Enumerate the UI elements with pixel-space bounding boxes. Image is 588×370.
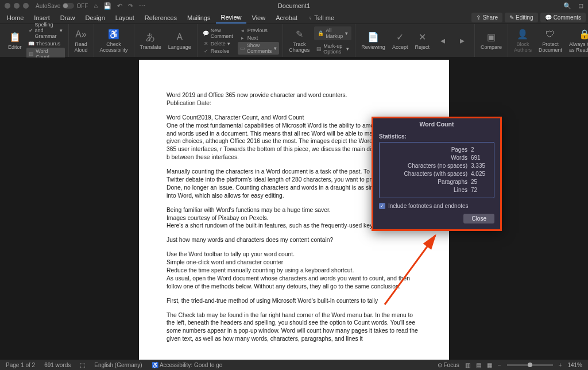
- view-print-icon[interactable]: ▥: [465, 362, 470, 368]
- markup-options-button[interactable]: ▤Mark-up Options ▾: [314, 43, 351, 55]
- stat-pages: Pages2: [384, 146, 489, 154]
- tab-references[interactable]: References: [140, 13, 181, 23]
- stat-chars-space: Characters (with spaces)4.025: [384, 170, 489, 178]
- close-window[interactable]: [5, 3, 10, 9]
- tab-tellme[interactable]: ♀ Tell me: [303, 13, 339, 23]
- view-web-icon[interactable]: ▤: [476, 362, 481, 368]
- more-icon[interactable]: ⋯: [139, 2, 145, 10]
- language-button[interactable]: ALanguage: [166, 30, 194, 52]
- close-button[interactable]: Close: [463, 214, 494, 223]
- stat-chars-nospace: Characters (no spaces)3.335: [384, 162, 489, 170]
- comment-icon: 💬: [545, 14, 552, 21]
- show-comments-button[interactable]: ▭Show Comments ▾: [238, 42, 280, 55]
- status-page[interactable]: Page 1 of 2: [6, 362, 35, 368]
- accept-button[interactable]: ✓Accept: [390, 30, 411, 52]
- next-icon: ▸: [240, 35, 246, 41]
- doc-line: Simple one-click word and character coun…: [167, 259, 283, 265]
- window-controls: [5, 3, 29, 9]
- shield-icon: 🛡: [544, 28, 556, 41]
- autosave-state: OFF: [76, 3, 88, 9]
- protect-doc-button[interactable]: 🛡Protect Document: [536, 27, 564, 55]
- read-aloud-button[interactable]: A»Read Aloud: [72, 27, 90, 55]
- resolve-comment-button[interactable]: ✓Resolve: [201, 48, 235, 55]
- track-icon: ✎: [293, 28, 305, 41]
- comments-button[interactable]: 💬Comments: [540, 13, 586, 22]
- zoom-slider[interactable]: [507, 364, 553, 366]
- undo-icon[interactable]: ↶: [117, 2, 122, 10]
- titlebar: AutoSave OFF ⌂ 💾 ↶ ↷ ⋯ Document1 🔍 ⊡: [0, 0, 588, 11]
- next-comment-button[interactable]: ▸Next: [238, 34, 280, 41]
- checkbox-icon: ✓: [379, 203, 385, 209]
- autosave-switch[interactable]: [63, 3, 74, 9]
- check-icon: ✔: [29, 28, 33, 33]
- editing-mode-button[interactable]: ✎Editing: [505, 13, 538, 22]
- doc-paragraph: First, the tried-and-true method of usin…: [167, 297, 421, 305]
- zoom-out-button[interactable]: −: [498, 362, 501, 368]
- reject-icon: ✕: [416, 31, 428, 44]
- tab-home[interactable]: Home: [2, 13, 28, 23]
- stat-paragraphs: Paragraphs25: [384, 178, 489, 186]
- translate-button[interactable]: あTranslate: [138, 30, 164, 52]
- document-title: Document1: [278, 2, 310, 9]
- editor-button[interactable]: 📋Editor: [6, 30, 24, 52]
- reject-button[interactable]: ✕Reject: [412, 30, 432, 52]
- stat-words: Words691: [384, 154, 489, 162]
- autosave-toggle[interactable]: AutoSave OFF: [36, 3, 88, 9]
- reviewing-icon: 📄: [367, 31, 380, 44]
- include-footnotes-checkbox[interactable]: ✓ Include footnotes and endnotes: [379, 203, 494, 209]
- share-button[interactable]: ⇪Share: [471, 13, 502, 22]
- block-icon: 👤: [516, 28, 529, 41]
- maximize-window[interactable]: [23, 3, 29, 9]
- tab-review[interactable]: Review: [216, 12, 246, 24]
- block-authors-button[interactable]: 👤Block Authors: [512, 27, 534, 55]
- stat-lines: Lines72: [384, 186, 489, 194]
- thesaurus-button[interactable]: 📖Thesaurus: [26, 40, 65, 47]
- search-icon[interactable]: 🔍: [563, 2, 571, 10]
- globe-icon: A: [173, 31, 186, 44]
- resolve-icon: ✓: [203, 48, 209, 54]
- tab-acrobat[interactable]: Acrobat: [271, 13, 302, 23]
- doc-line: Being familiar with Word's functions may…: [167, 207, 331, 213]
- compare-icon: ▣: [485, 31, 497, 44]
- reviewing-button[interactable]: 📄Reviewing: [359, 30, 388, 52]
- next-change-button[interactable]: ▸: [454, 33, 471, 48]
- new-comment-button[interactable]: 💬New Comment: [201, 27, 235, 40]
- count-icon: ▤: [29, 51, 34, 57]
- doc-paragraph: Just how many words and characters does …: [167, 236, 421, 244]
- tab-mailings[interactable]: Mailings: [183, 13, 215, 23]
- tab-view[interactable]: View: [247, 13, 270, 23]
- delete-comment-button[interactable]: ✕Delete ▾: [201, 40, 235, 47]
- status-words[interactable]: 691 words: [44, 362, 71, 368]
- view-outline-icon[interactable]: ▦: [487, 362, 492, 368]
- spelling-grammar-button[interactable]: ✔Spelling and Grammar ▾: [26, 21, 65, 40]
- always-readonly-button[interactable]: 🔒Always Open as Read-only: [567, 27, 588, 55]
- ribbon-toggle-icon[interactable]: ⊡: [578, 2, 583, 10]
- save-icon[interactable]: 💾: [103, 2, 111, 10]
- dialog-title: Word Count: [373, 118, 500, 130]
- status-language[interactable]: English (Germany): [94, 362, 142, 368]
- check-accessibility-button[interactable]: ♿Check Accessibility: [98, 27, 130, 55]
- minimize-window[interactable]: [14, 3, 20, 9]
- status-focus[interactable]: ⊙ Focus: [438, 362, 459, 368]
- statistics-label: Statistics:: [379, 133, 494, 140]
- markup-dropdown[interactable]: 🔒All Markup ▾: [314, 26, 351, 40]
- tab-design[interactable]: Design: [81, 13, 110, 23]
- status-spellcheck-icon[interactable]: ⬚: [80, 362, 85, 368]
- prev-change-button[interactable]: ◂: [434, 33, 451, 48]
- book-icon: 📖: [29, 41, 34, 47]
- redo-icon[interactable]: ↷: [128, 2, 133, 10]
- status-accessibility[interactable]: ♿ Accessibility: Good to go: [152, 362, 223, 368]
- readonly-icon: 🔒: [578, 28, 589, 41]
- track-changes-button[interactable]: ✎Track Changes: [287, 27, 312, 55]
- zoom-level[interactable]: 141%: [567, 362, 582, 368]
- options-icon: ▤: [316, 46, 322, 52]
- doc-line: Use the Word toolbar to tally up your wo…: [167, 251, 295, 257]
- doc-line: Reduce the time spent manually counting …: [167, 267, 354, 273]
- zoom-in-button[interactable]: +: [559, 362, 562, 368]
- quick-access: ⌂ 💾 ↶ ↷ ⋯: [94, 2, 145, 10]
- tab-layout[interactable]: Layout: [111, 13, 139, 23]
- previous-comment-button[interactable]: ◂Previous: [238, 27, 280, 34]
- doc-line: As usual, open the Word document whose c…: [167, 275, 410, 290]
- compare-button[interactable]: ▣Compare: [478, 30, 504, 52]
- home-icon[interactable]: ⌂: [94, 2, 98, 10]
